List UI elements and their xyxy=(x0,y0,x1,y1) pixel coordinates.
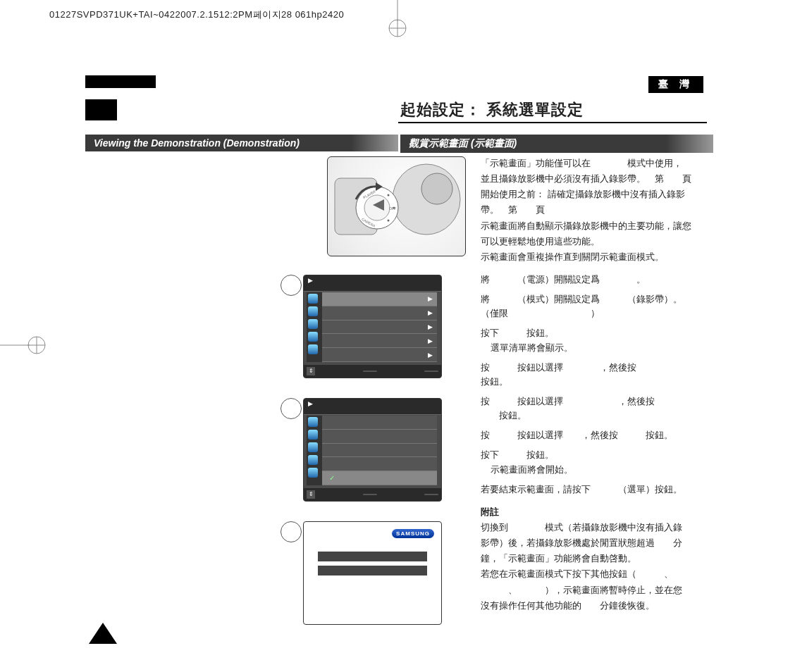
black-block-top xyxy=(85,75,156,88)
page-triangle-marker xyxy=(89,623,117,644)
step-3b: 選單清單將會顯示。 xyxy=(481,341,706,355)
step-1: 將 （電源）開關設定爲 。 xyxy=(481,273,706,287)
note-p6: 沒有操作任何其他功能的 分鐘後恢復。 xyxy=(481,599,706,613)
step-5: 按 按鈕以選擇 ，然後按 按鈕。 xyxy=(481,394,706,423)
screen-mode-icon: ▶ xyxy=(308,277,313,290)
svg-point-17 xyxy=(393,207,395,209)
step-circle-6 xyxy=(281,398,302,419)
camcorder-screen-2: ▶ ✓ ⇕ xyxy=(303,398,442,502)
svg-point-12 xyxy=(364,195,390,220)
step-4a: 按 按鈕以選擇 ，然後按 xyxy=(481,361,706,375)
check-icon: ✓ xyxy=(329,474,335,482)
intro-p5: 示範畫面將自動顯示攝錄放影機中的主要功能，讓您 xyxy=(481,219,706,233)
note-p3: 鐘，「示範畫面」功能將會自動啓動。 xyxy=(481,552,706,566)
svg-point-9 xyxy=(421,173,452,204)
samsung-logo: SAMSUNG xyxy=(392,529,434,538)
demo-screen-step7: SAMSUNG xyxy=(303,521,442,625)
intro-p2: 並且攝錄放影機中必須沒有插入錄影帶。 第 頁 xyxy=(481,172,706,186)
screen-mode-icon: ▶ xyxy=(308,400,313,413)
note-p4: 若您在示範畫面模式下按下其他按鈕（ 、 xyxy=(481,567,706,581)
step-5a: 按 按鈕以選擇 ，然後按 xyxy=(481,394,706,409)
notes-title: 附註 xyxy=(481,505,706,519)
title-underline xyxy=(398,122,707,123)
section-banner-zh: 觀賞示範畫面 (示範畫面) xyxy=(400,135,713,153)
step-7b: 示範畫面將會開始。 xyxy=(481,463,706,477)
step-4b: 按鈕。 xyxy=(481,375,706,389)
registration-mark-left xyxy=(0,324,49,366)
intro-p7: 示範畫面會重複操作直到關閉示範畫面模式。 xyxy=(481,250,706,264)
step-8: 若要結束示範畫面，請按下 （選單）按鈕。 xyxy=(481,483,706,497)
steps-list: 將 （電源）開關設定爲 。 將 （模式）開關設定爲 （錄影帶）。 （僅限 ） 按… xyxy=(481,273,706,497)
right-text-column: 「示範畫面」功能僅可以在 模式中使用， 並且攝錄放影機中必須沒有插入錄影帶。 第… xyxy=(481,156,706,614)
step-circle-7 xyxy=(281,521,302,542)
black-block-left xyxy=(85,99,117,120)
step-2: 將 （模式）開關設定爲 （錄影帶）。 （僅限 ） xyxy=(481,292,706,321)
step-2a: 將 （模式）開關設定爲 （錄影帶）。 xyxy=(481,292,706,306)
intro-p3: 開始使用之前： 請確定攝錄放影機中沒有插入錄影 xyxy=(481,187,706,201)
language-badge: 臺 灣 xyxy=(648,76,703,93)
screen-titlebar: ▶ xyxy=(304,399,441,415)
screen-menu-list: ▶ ▶ ▶ ▶ ▶ xyxy=(322,292,437,362)
note-p2: 影帶）後，若攝錄放影機處於閒置狀態超過 分 xyxy=(481,536,706,550)
menu-screen-step4: ▶ ▶ ▶ ▶ ▶ ▶ ⇕ xyxy=(303,275,442,378)
screen-titlebar: ▶ xyxy=(304,275,441,292)
screen-sidebar xyxy=(307,416,322,485)
camera-svg: PLAYER OFF CAMERA xyxy=(328,157,465,256)
section-banner-en: Viewing the Demonstration (Demonstration… xyxy=(85,135,398,151)
demo-bar xyxy=(318,566,427,575)
intro-p4: 帶。 第 頁 xyxy=(481,203,706,217)
note-p5: 、 ），示範畫面將暫時停止，並在您 xyxy=(481,583,706,597)
clock-icon xyxy=(308,417,318,427)
svg-text:OFF: OFF xyxy=(389,206,396,211)
svg-point-18 xyxy=(388,220,390,222)
step-6: 按 按鈕以選擇 ，然後按 按鈕。 xyxy=(481,428,706,442)
step-circle-4 xyxy=(281,275,302,296)
screen-menu-list: ✓ xyxy=(322,416,437,485)
step-7a: 按下 按鈕。 xyxy=(481,448,706,462)
step-3: 按下 按鈕。 選單清單將會顯示。 xyxy=(481,326,706,354)
intro-p6: 可以更輕鬆地使用這些功能。 xyxy=(481,235,706,249)
notes-section: 附註 切換到 模式（若攝錄放影機中沒有插入錄 影帶）後，若攝錄放影機處於閒置狀態… xyxy=(481,505,706,613)
samsung-demo-screen: SAMSUNG xyxy=(303,521,442,625)
menu-screen-step6: ▶ ✓ ⇕ xyxy=(303,398,442,502)
step-2b: （僅限 ） xyxy=(481,306,706,321)
screen-footer: ⇕ xyxy=(304,488,441,501)
print-header-line: 01227SVPD371UK+TAI~0422007.2.1512:2PM페이지… xyxy=(49,8,344,21)
note-p1: 切換到 模式（若攝錄放影機中沒有插入錄 xyxy=(481,521,706,535)
camcorder-screen-1: ▶ ▶ ▶ ▶ ▶ ▶ ⇕ xyxy=(303,275,442,378)
page-title-zh: 起始設定： 系統選單設定 xyxy=(400,99,584,120)
step-4: 按 按鈕以選擇 ，然後按 按鈕。 xyxy=(481,361,706,389)
camera-illustration: PLAYER OFF CAMERA xyxy=(327,156,466,256)
intro-p1: 「示範畫面」功能僅可以在 模式中使用， xyxy=(481,156,706,170)
crop-mark-top xyxy=(383,0,412,42)
screen-footer: ⇕ xyxy=(304,365,441,378)
screen-sidebar xyxy=(307,292,322,362)
step-7: 按下 按鈕。 示範畫面將會開始。 xyxy=(481,448,706,476)
demo-bar xyxy=(318,552,427,561)
svg-point-16 xyxy=(388,194,390,197)
step-5b: 按鈕。 xyxy=(481,409,706,423)
step-3a: 按下 按鈕。 xyxy=(481,326,706,340)
